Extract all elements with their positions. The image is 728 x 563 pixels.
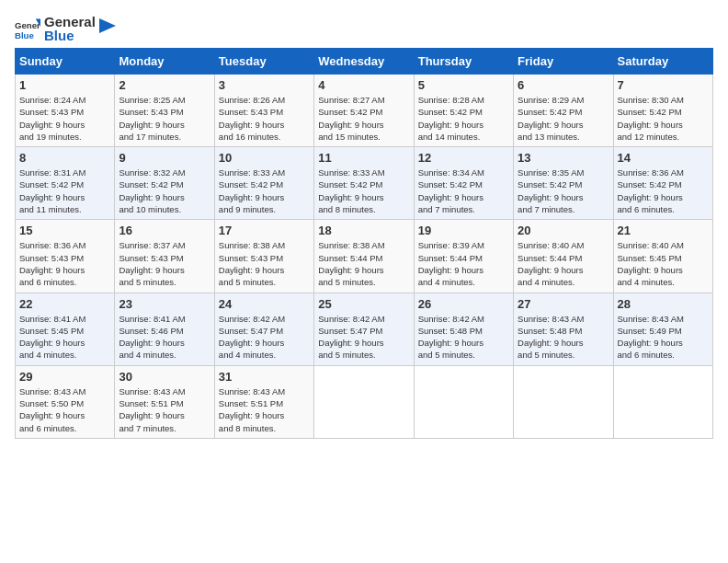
day-info: Sunrise: 8:43 AMSunset: 5:51 PMDaylight:… [219, 385, 310, 434]
day-info: Sunrise: 8:43 AMSunset: 5:48 PMDaylight:… [518, 313, 609, 362]
day-info: Sunrise: 8:41 AMSunset: 5:46 PMDaylight:… [119, 313, 210, 362]
day-number: 11 [318, 151, 409, 165]
day-cell-7: 7Sunrise: 8:30 AMSunset: 5:42 PMDaylight… [613, 75, 712, 147]
day-number: 6 [518, 78, 609, 92]
day-info: Sunrise: 8:27 AMSunset: 5:42 PMDaylight:… [318, 94, 409, 143]
day-cell-1: 1Sunrise: 8:24 AMSunset: 5:43 PMDaylight… [16, 75, 115, 147]
weekday-header-friday: Friday [514, 49, 613, 75]
svg-marker-3 [99, 18, 116, 33]
logo-flag-icon [99, 18, 116, 39]
day-cell-11: 11Sunrise: 8:33 AMSunset: 5:42 PMDayligh… [314, 147, 414, 220]
day-cell-27: 27Sunrise: 8:43 AMSunset: 5:48 PMDayligh… [514, 293, 613, 365]
day-cell-29: 29Sunrise: 8:43 AMSunset: 5:50 PMDayligh… [16, 365, 115, 438]
day-cell-26: 26Sunrise: 8:42 AMSunset: 5:48 PMDayligh… [414, 293, 513, 365]
day-info: Sunrise: 8:34 AMSunset: 5:42 PMDaylight:… [418, 167, 509, 215]
day-info: Sunrise: 8:39 AMSunset: 5:44 PMDaylight:… [418, 239, 509, 288]
day-info: Sunrise: 8:41 AMSunset: 5:45 PMDaylight:… [19, 313, 110, 362]
day-info: Sunrise: 8:38 AMSunset: 5:44 PMDaylight:… [318, 239, 409, 288]
day-number: 3 [219, 78, 310, 92]
calendar-table: SundayMondayTuesdayWednesdayThursdayFrid… [15, 48, 713, 439]
day-info: Sunrise: 8:36 AMSunset: 5:43 PMDaylight:… [19, 239, 110, 288]
day-info: Sunrise: 8:31 AMSunset: 5:42 PMDaylight:… [19, 167, 110, 215]
day-info: Sunrise: 8:25 AMSunset: 5:43 PMDaylight:… [119, 94, 210, 143]
weekday-header-wednesday: Wednesday [314, 49, 414, 75]
day-number: 24 [219, 297, 310, 311]
day-number: 9 [119, 151, 210, 165]
day-info: Sunrise: 8:43 AMSunset: 5:50 PMDaylight:… [19, 385, 110, 434]
logo-icon: General Blue [15, 16, 40, 41]
day-info: Sunrise: 8:37 AMSunset: 5:43 PMDaylight:… [119, 239, 210, 288]
day-info: Sunrise: 8:32 AMSunset: 5:42 PMDaylight:… [119, 167, 210, 215]
svg-text:Blue: Blue [15, 30, 34, 40]
day-cell-21: 21Sunrise: 8:40 AMSunset: 5:45 PMDayligh… [613, 220, 712, 293]
day-number: 4 [318, 78, 409, 92]
week-row-5: 29Sunrise: 8:43 AMSunset: 5:50 PMDayligh… [16, 365, 713, 438]
day-cell-19: 19Sunrise: 8:39 AMSunset: 5:44 PMDayligh… [414, 220, 513, 293]
day-number: 5 [418, 78, 509, 92]
day-number: 27 [518, 297, 609, 311]
day-cell-24: 24Sunrise: 8:42 AMSunset: 5:47 PMDayligh… [214, 293, 313, 365]
day-info: Sunrise: 8:29 AMSunset: 5:42 PMDaylight:… [518, 94, 609, 143]
day-cell-23: 23Sunrise: 8:41 AMSunset: 5:46 PMDayligh… [115, 293, 214, 365]
day-cell-18: 18Sunrise: 8:38 AMSunset: 5:44 PMDayligh… [314, 220, 414, 293]
day-info: Sunrise: 8:28 AMSunset: 5:42 PMDaylight:… [418, 94, 509, 143]
day-info: Sunrise: 8:42 AMSunset: 5:47 PMDaylight:… [318, 313, 409, 362]
week-row-1: 1Sunrise: 8:24 AMSunset: 5:43 PMDaylight… [16, 75, 713, 147]
day-cell-25: 25Sunrise: 8:42 AMSunset: 5:47 PMDayligh… [314, 293, 414, 365]
svg-text:General: General [15, 20, 40, 30]
day-cell-10: 10Sunrise: 8:33 AMSunset: 5:42 PMDayligh… [214, 147, 313, 220]
day-number: 8 [19, 151, 110, 165]
weekday-header-monday: Monday [115, 49, 214, 75]
day-cell-9: 9Sunrise: 8:32 AMSunset: 5:42 PMDaylight… [115, 147, 214, 220]
logo: General Blue General Blue [15, 15, 116, 42]
day-number: 25 [318, 297, 409, 311]
day-number: 12 [418, 151, 509, 165]
week-row-4: 22Sunrise: 8:41 AMSunset: 5:45 PMDayligh… [16, 293, 713, 365]
day-cell-4: 4Sunrise: 8:27 AMSunset: 5:42 PMDaylight… [314, 75, 414, 147]
weekday-header-sunday: Sunday [16, 49, 115, 75]
day-number: 26 [418, 297, 509, 311]
day-info: Sunrise: 8:40 AMSunset: 5:44 PMDaylight:… [518, 239, 609, 288]
day-info: Sunrise: 8:24 AMSunset: 5:43 PMDaylight:… [19, 94, 110, 143]
day-number: 30 [119, 370, 210, 384]
day-number: 14 [618, 151, 709, 165]
day-info: Sunrise: 8:33 AMSunset: 5:42 PMDaylight:… [318, 167, 409, 215]
weekday-header-thursday: Thursday [414, 49, 513, 75]
day-number: 16 [119, 224, 210, 237]
day-number: 7 [618, 78, 709, 92]
day-info: Sunrise: 8:42 AMSunset: 5:47 PMDaylight:… [219, 313, 310, 362]
day-number: 18 [318, 224, 409, 237]
weekday-header-saturday: Saturday [613, 49, 712, 75]
day-info: Sunrise: 8:30 AMSunset: 5:42 PMDaylight:… [618, 94, 709, 143]
day-info: Sunrise: 8:43 AMSunset: 5:51 PMDaylight:… [119, 385, 210, 434]
day-cell-12: 12Sunrise: 8:34 AMSunset: 5:42 PMDayligh… [414, 147, 513, 220]
week-row-3: 15Sunrise: 8:36 AMSunset: 5:43 PMDayligh… [16, 220, 713, 293]
empty-cell [514, 365, 613, 438]
day-cell-15: 15Sunrise: 8:36 AMSunset: 5:43 PMDayligh… [16, 220, 115, 293]
day-cell-28: 28Sunrise: 8:43 AMSunset: 5:49 PMDayligh… [613, 293, 712, 365]
day-number: 20 [518, 224, 609, 237]
empty-cell [314, 365, 414, 438]
empty-cell [414, 365, 513, 438]
day-number: 28 [618, 297, 709, 311]
day-number: 2 [119, 78, 210, 92]
day-info: Sunrise: 8:40 AMSunset: 5:45 PMDaylight:… [618, 239, 709, 288]
day-cell-3: 3Sunrise: 8:26 AMSunset: 5:43 PMDaylight… [214, 75, 313, 147]
day-info: Sunrise: 8:38 AMSunset: 5:43 PMDaylight:… [219, 239, 310, 288]
weekday-header-tuesday: Tuesday [214, 49, 313, 75]
empty-cell [613, 365, 712, 438]
day-cell-13: 13Sunrise: 8:35 AMSunset: 5:42 PMDayligh… [514, 147, 613, 220]
day-cell-2: 2Sunrise: 8:25 AMSunset: 5:43 PMDaylight… [115, 75, 214, 147]
day-info: Sunrise: 8:33 AMSunset: 5:42 PMDaylight:… [219, 167, 310, 215]
day-cell-16: 16Sunrise: 8:37 AMSunset: 5:43 PMDayligh… [115, 220, 214, 293]
day-info: Sunrise: 8:42 AMSunset: 5:48 PMDaylight:… [418, 313, 509, 362]
day-number: 17 [219, 224, 310, 237]
logo-blue: Blue [44, 28, 74, 43]
day-number: 23 [119, 297, 210, 311]
day-number: 31 [219, 370, 310, 384]
day-number: 19 [418, 224, 509, 237]
day-info: Sunrise: 8:36 AMSunset: 5:42 PMDaylight:… [618, 167, 709, 215]
day-number: 21 [618, 224, 709, 237]
page-header: General Blue General Blue [15, 15, 713, 42]
day-number: 22 [19, 297, 110, 311]
